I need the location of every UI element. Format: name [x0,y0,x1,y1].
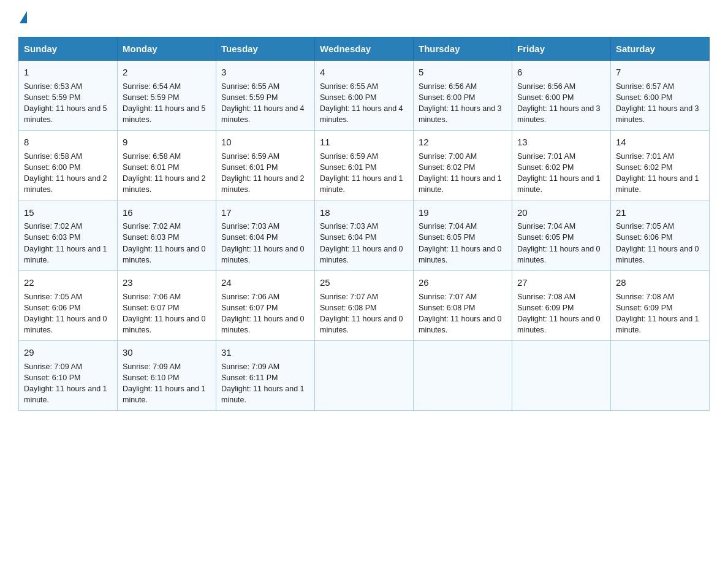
sunset-text: Sunset: 6:01 PM [221,163,278,172]
sunrise-text: Sunrise: 7:04 AM [517,222,575,231]
day-number: 14 [616,136,704,149]
calendar-cell: 6Sunrise: 6:56 AMSunset: 6:00 PMDaylight… [512,61,611,131]
daylight-text: Daylight: 11 hours and 0 minutes. [419,245,502,264]
sunrise-text: Sunrise: 6:57 AM [616,82,674,91]
sunset-text: Sunset: 6:02 PM [419,163,475,172]
calendar-cell [315,341,414,411]
daylight-text: Daylight: 11 hours and 0 minutes. [320,315,403,334]
sunrise-text: Sunrise: 7:03 AM [221,222,279,231]
calendar-cell: 2Sunrise: 6:54 AMSunset: 5:59 PMDaylight… [118,61,216,131]
calendar-cell: 9Sunrise: 6:58 AMSunset: 6:01 PMDaylight… [118,131,216,201]
sunset-text: Sunset: 6:00 PM [419,93,475,102]
sunset-text: Sunset: 6:07 PM [221,304,278,312]
daylight-text: Daylight: 11 hours and 1 minute. [616,174,699,194]
daylight-text: Daylight: 11 hours and 0 minutes. [123,245,206,264]
day-number: 11 [320,136,408,149]
sunrise-text: Sunrise: 6:55 AM [320,82,378,91]
sunrise-text: Sunrise: 6:55 AM [221,82,279,91]
col-header-sunday: Sunday [19,37,118,61]
logo-triangle-icon [20,11,27,23]
sunrise-text: Sunrise: 6:59 AM [320,152,378,161]
daylight-text: Daylight: 11 hours and 0 minutes. [221,315,305,334]
sunset-text: Sunset: 6:06 PM [616,233,672,242]
daylight-text: Daylight: 11 hours and 4 minutes. [221,104,305,124]
sunrise-text: Sunrise: 7:02 AM [24,222,82,231]
calendar-cell [414,341,512,411]
sunrise-text: Sunrise: 6:54 AM [123,82,181,91]
sunrise-text: Sunrise: 6:56 AM [419,82,477,91]
day-number: 6 [517,66,605,79]
day-number: 23 [123,276,211,289]
sunset-text: Sunset: 6:04 PM [221,233,278,242]
sunset-text: Sunset: 6:03 PM [24,233,80,242]
day-number: 9 [123,136,211,149]
daylight-text: Daylight: 11 hours and 1 minute. [24,385,107,404]
calendar-cell: 8Sunrise: 6:58 AMSunset: 6:00 PMDaylight… [19,131,118,201]
sunrise-text: Sunrise: 7:06 AM [123,293,181,301]
daylight-text: Daylight: 11 hours and 1 minute. [517,174,601,194]
sunrise-text: Sunrise: 6:58 AM [123,152,181,161]
sunset-text: Sunset: 6:02 PM [616,163,672,172]
sunrise-text: Sunrise: 7:01 AM [517,152,575,161]
sunset-text: Sunset: 6:00 PM [24,163,80,172]
calendar-cell: 27Sunrise: 7:08 AMSunset: 6:09 PMDayligh… [512,270,611,340]
sunset-text: Sunset: 6:10 PM [123,373,179,382]
sunset-text: Sunset: 6:00 PM [616,93,672,102]
col-header-wednesday: Wednesday [315,37,414,61]
sunset-text: Sunset: 6:00 PM [320,93,376,102]
sunset-text: Sunset: 6:10 PM [24,373,80,382]
sunrise-text: Sunrise: 7:09 AM [24,362,82,371]
calendar-cell: 23Sunrise: 7:06 AMSunset: 6:07 PMDayligh… [118,270,216,340]
sunrise-text: Sunrise: 7:04 AM [419,222,477,231]
sunset-text: Sunset: 6:02 PM [517,163,574,172]
calendar-cell: 24Sunrise: 7:06 AMSunset: 6:07 PMDayligh… [216,270,315,340]
daylight-text: Daylight: 11 hours and 0 minutes. [24,315,107,334]
sunrise-text: Sunrise: 7:09 AM [221,362,279,371]
day-number: 19 [419,206,507,220]
sunrise-text: Sunrise: 7:00 AM [419,152,477,161]
day-number: 10 [221,136,309,149]
col-header-saturday: Saturday [611,37,710,61]
day-number: 22 [24,276,112,289]
day-number: 1 [24,66,112,79]
daylight-text: Daylight: 11 hours and 0 minutes. [616,245,699,264]
day-number: 8 [24,136,112,149]
daylight-text: Daylight: 11 hours and 1 minute. [24,245,107,264]
calendar-table: SundayMondayTuesdayWednesdayThursdayFrid… [18,37,710,411]
day-number: 21 [616,206,704,220]
calendar-cell: 17Sunrise: 7:03 AMSunset: 6:04 PMDayligh… [216,201,315,270]
daylight-text: Daylight: 11 hours and 1 minute. [616,315,699,334]
calendar-cell: 20Sunrise: 7:04 AMSunset: 6:05 PMDayligh… [512,201,611,270]
daylight-text: Daylight: 11 hours and 1 minute. [320,174,403,194]
sunset-text: Sunset: 6:04 PM [320,233,376,242]
daylight-text: Daylight: 11 hours and 0 minutes. [123,315,206,334]
daylight-text: Daylight: 11 hours and 1 minute. [221,385,305,404]
daylight-text: Daylight: 11 hours and 0 minutes. [517,245,601,264]
col-header-tuesday: Tuesday [216,37,315,61]
sunrise-text: Sunrise: 6:59 AM [221,152,279,161]
week-row-1: 1Sunrise: 6:53 AMSunset: 5:59 PMDaylight… [19,61,710,131]
daylight-text: Daylight: 11 hours and 4 minutes. [320,104,403,124]
sunrise-text: Sunrise: 7:07 AM [419,293,477,301]
sunset-text: Sunset: 6:08 PM [320,304,376,312]
calendar-cell: 13Sunrise: 7:01 AMSunset: 6:02 PMDayligh… [512,131,611,201]
sunrise-text: Sunrise: 7:06 AM [221,293,279,301]
daylight-text: Daylight: 11 hours and 0 minutes. [221,245,305,264]
calendar-cell: 21Sunrise: 7:05 AMSunset: 6:06 PMDayligh… [611,201,710,270]
sunset-text: Sunset: 6:07 PM [123,304,179,312]
day-number: 24 [221,276,309,289]
sunrise-text: Sunrise: 6:53 AM [24,82,82,91]
col-header-friday: Friday [512,37,611,61]
sunset-text: Sunset: 6:00 PM [517,93,574,102]
sunrise-text: Sunrise: 7:05 AM [616,222,674,231]
sunrise-text: Sunrise: 7:02 AM [123,222,181,231]
calendar-cell: 11Sunrise: 6:59 AMSunset: 6:01 PMDayligh… [315,131,414,201]
sunset-text: Sunset: 6:05 PM [419,233,475,242]
sunrise-text: Sunrise: 6:56 AM [517,82,575,91]
calendar-cell: 7Sunrise: 6:57 AMSunset: 6:00 PMDaylight… [611,61,710,131]
sunset-text: Sunset: 6:01 PM [320,163,376,172]
sunset-text: Sunset: 6:11 PM [221,373,278,382]
day-number: 3 [221,66,309,79]
daylight-text: Daylight: 11 hours and 5 minutes. [123,104,206,124]
calendar-cell: 30Sunrise: 7:09 AMSunset: 6:10 PMDayligh… [118,341,216,411]
